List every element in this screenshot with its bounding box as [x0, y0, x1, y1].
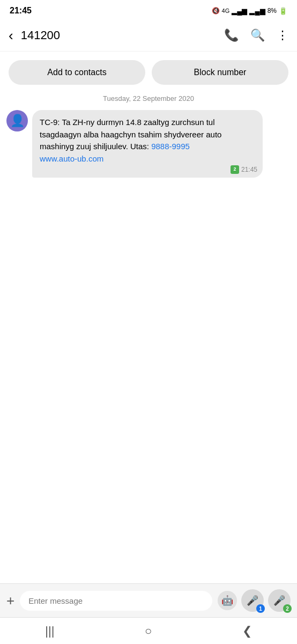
header: ‹ 141200 📞 🔍 ⋮: [0, 19, 297, 52]
conversation-title: 141200: [21, 28, 224, 42]
message-time: 21:45: [241, 165, 257, 174]
bubble-meta: 2 21:45: [231, 165, 257, 174]
signal-bars-icon: ▂▄▆: [232, 7, 247, 15]
block-number-button[interactable]: Block number: [152, 60, 288, 85]
nav-home-button[interactable]: ○: [145, 624, 152, 638]
phone-link[interactable]: 9888-9995: [151, 142, 190, 151]
nav-back-button[interactable]: ❮: [242, 624, 252, 638]
message-check-badge: 2: [231, 165, 239, 174]
voice-button-2[interactable]: 🎤 2: [268, 589, 291, 612]
status-bar: 21:45 🔇 4G ▂▄▆ ▂▄▆ 8% 🔋: [0, 0, 297, 19]
bubble-text-prefix: TC-9: Ta ZH-ny durmyn 14.8 zaaltyg zurch…: [40, 118, 221, 151]
mic-icon-2: 🎤: [273, 595, 285, 606]
date-separator: Tuesday, 22 September 2020: [0, 94, 297, 103]
voice-button-1[interactable]: 🎤 1: [241, 589, 264, 612]
more-icon[interactable]: ⋮: [277, 28, 288, 42]
call-icon[interactable]: 📞: [224, 28, 239, 42]
back-button[interactable]: ‹: [9, 28, 13, 42]
messages-area: 👤 TC-9: Ta ZH-ny durmyn 14.8 zaaltyg zur…: [0, 110, 297, 432]
voice-badge-2: 2: [283, 604, 292, 613]
mic-icon-1: 🎤: [247, 595, 258, 606]
mute-icon: 🔇: [212, 7, 220, 14]
bottom-input-bar: + 🤖 🎤 1 🎤 2: [0, 583, 297, 617]
message-bubble[interactable]: TC-9: Ta ZH-ny durmyn 14.8 zaaltyg zurch…: [32, 110, 263, 178]
header-icons: 📞 🔍 ⋮: [224, 28, 288, 42]
message-row: 👤 TC-9: Ta ZH-ny durmyn 14.8 zaaltyg zur…: [6, 110, 291, 178]
input-icons: 🤖 🎤 1 🎤 2: [218, 589, 291, 612]
signal-icon: 4G: [222, 8, 230, 14]
action-buttons: Add to contacts Block number: [0, 52, 297, 89]
status-time: 21:45: [10, 6, 32, 16]
status-icons: 🔇 4G ▂▄▆ ▂▄▆ 8% 🔋: [212, 7, 287, 15]
avatar-icon: 👤: [10, 114, 25, 128]
signal-bars2-icon: ▂▄▆: [249, 7, 265, 15]
avatar: 👤: [6, 110, 28, 131]
search-icon[interactable]: 🔍: [250, 28, 265, 42]
voice-badge-1: 1: [256, 604, 265, 613]
battery-icon: 8%: [268, 7, 277, 14]
message-input[interactable]: [20, 591, 212, 611]
add-to-contacts-button[interactable]: Add to contacts: [9, 60, 145, 85]
emoji-button[interactable]: 🤖: [218, 591, 237, 610]
website-link[interactable]: www.auto-ub.com: [40, 154, 103, 163]
add-attachment-button[interactable]: +: [6, 594, 14, 608]
emoji-icon: 🤖: [221, 595, 233, 606]
nav-menu-button[interactable]: |||: [45, 624, 54, 638]
battery-shape: 🔋: [279, 7, 287, 15]
nav-bar: ||| ○ ❮: [0, 617, 297, 644]
